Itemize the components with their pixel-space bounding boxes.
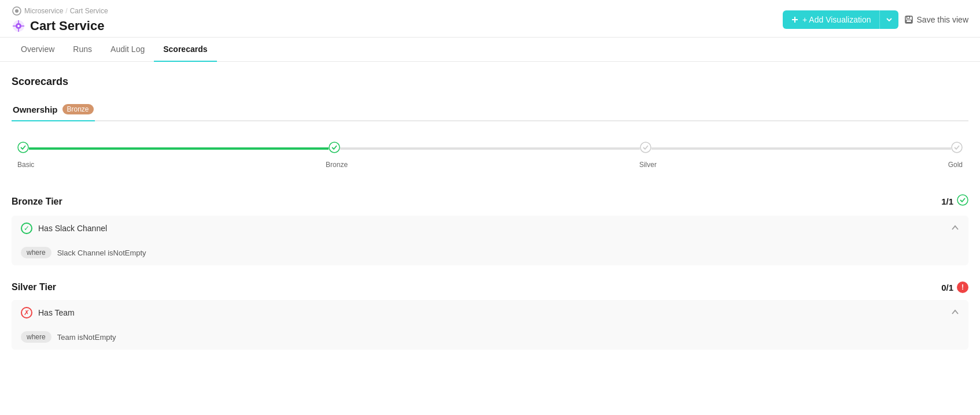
svg-rect-13 <box>906 20 911 23</box>
svg-point-15 <box>329 142 340 153</box>
tab-scorecards[interactable]: Scorecards <box>154 38 216 62</box>
has-team-rule-detail: where Team isNotEmpty <box>12 325 968 350</box>
svg-point-1 <box>15 9 19 13</box>
slack-channel-condition: Slack Channel isNotEmpty <box>57 249 146 257</box>
bronze-check-icon <box>329 142 340 156</box>
silver-tier-name: Silver Tier <box>12 282 56 292</box>
page-title: Cart Service <box>30 18 104 34</box>
bronze-tier-name: Bronze Tier <box>12 197 62 207</box>
rule-has-team-header[interactable]: ✗ Has Team <box>12 300 968 325</box>
bronze-tier-score: 1/1 <box>941 194 968 209</box>
progress-bar <box>17 140 963 157</box>
rule-has-slack-channel: ✓ Has Slack Channel where Slack Channel … <box>12 216 968 265</box>
top-actions: + Add Visualization Save this view <box>783 10 968 29</box>
has-team-rule-name: Has Team <box>38 308 75 317</box>
scorecard-tab-ownership[interactable]: Ownership Bronze <box>12 99 95 121</box>
plus-icon <box>791 16 799 24</box>
breadcrumb-separator: / <box>65 7 67 15</box>
bronze-tier-section: Bronze Tier 1/1 ✓ Has Slack Channel <box>12 187 968 265</box>
svg-point-18 <box>957 195 968 205</box>
add-visualization-button[interactable]: + Add Visualization <box>783 10 898 29</box>
bronze-score-value: 1/1 <box>941 197 953 206</box>
header-left: Microservice / Cart Service Cart Service <box>12 6 108 34</box>
tier-labels: Basic Bronze Silver Gold <box>17 161 963 169</box>
line-silver-gold <box>651 147 951 150</box>
tab-runs[interactable]: Runs <box>64 38 101 62</box>
silver-score-value: 0/1 <box>941 283 953 292</box>
add-visualization-chevron[interactable] <box>880 12 898 28</box>
svg-point-17 <box>952 142 962 153</box>
chevron-down-icon <box>886 16 893 23</box>
scorecards-section-title: Scorecards <box>12 76 968 88</box>
tier-node-gold <box>951 142 963 156</box>
top-bar: Microservice / Cart Service Cart Service <box>0 0 980 38</box>
progress-section: Basic Bronze Silver Gold <box>12 140 968 169</box>
svg-point-16 <box>640 142 651 153</box>
tier-label-silver: Silver <box>639 161 657 169</box>
slack-channel-chevron-icon[interactable] <box>951 224 959 234</box>
tier-node-basic <box>17 142 29 156</box>
breadcrumb: Microservice / Cart Service <box>12 6 108 16</box>
has-team-chevron-icon[interactable] <box>951 308 959 318</box>
silver-tier-header: Silver Tier 0/1 ! <box>12 275 968 300</box>
svg-point-4 <box>17 25 20 27</box>
slack-channel-where-badge: where <box>21 247 51 258</box>
rule-has-team: ✗ Has Team where Team isNotEmpty <box>12 300 968 350</box>
save-icon <box>904 15 913 24</box>
silver-tier-section: Silver Tier 0/1 ! ✗ Has Team where <box>12 275 968 350</box>
tabs-bar: Overview Runs Audit Log Scorecards <box>0 38 980 62</box>
scorecard-tabs: Ownership Bronze <box>12 99 968 121</box>
tier-label-bronze: Bronze <box>326 161 348 169</box>
add-visualization-label: + Add Visualization <box>802 15 871 24</box>
line-bronze-silver <box>340 147 640 150</box>
rule-has-team-title-row: ✗ Has Team <box>21 307 75 318</box>
save-view-button[interactable]: Save this view <box>904 15 968 24</box>
bronze-score-icon <box>957 194 968 209</box>
main-content: Scorecards Ownership Bronze <box>0 62 980 373</box>
silver-check-icon <box>640 142 651 156</box>
tier-node-silver <box>640 142 651 156</box>
page-title-row: Cart Service <box>12 18 108 34</box>
has-team-check-icon: ✗ <box>21 307 32 318</box>
silver-tier-score: 0/1 ! <box>941 281 968 293</box>
add-visualization-main[interactable]: + Add Visualization <box>783 10 879 29</box>
ownership-badge: Bronze <box>62 104 94 114</box>
has-team-condition: Team isNotEmpty <box>57 333 116 342</box>
slack-channel-rule-detail: where Slack Channel isNotEmpty <box>12 241 968 265</box>
bronze-tier-header: Bronze Tier 1/1 <box>12 187 968 216</box>
svg-point-14 <box>18 142 28 153</box>
cart-service-icon <box>12 19 25 33</box>
tier-label-basic: Basic <box>17 161 34 169</box>
tab-audit-log[interactable]: Audit Log <box>101 38 154 62</box>
basic-check-icon <box>17 142 29 156</box>
breadcrumb-parent[interactable]: Microservice <box>24 7 63 15</box>
line-basic-bronze <box>29 147 329 150</box>
tier-label-gold: Gold <box>948 161 963 169</box>
gold-check-icon <box>951 142 963 156</box>
silver-score-icon: ! <box>957 281 968 293</box>
rule-has-slack-channel-title-row: ✓ Has Slack Channel <box>21 223 107 234</box>
rule-has-slack-channel-header[interactable]: ✓ Has Slack Channel <box>12 216 968 241</box>
breadcrumb-current: Cart Service <box>70 7 108 15</box>
has-team-where-badge: where <box>21 331 51 343</box>
tab-overview[interactable]: Overview <box>12 38 64 62</box>
microservice-icon <box>12 6 22 16</box>
scorecard-tab-ownership-label: Ownership <box>13 105 58 114</box>
save-view-label: Save this view <box>917 15 968 24</box>
tier-node-bronze <box>329 142 340 156</box>
slack-channel-check-icon: ✓ <box>21 223 32 234</box>
page-icon <box>12 19 25 33</box>
slack-channel-rule-name: Has Slack Channel <box>38 224 107 233</box>
